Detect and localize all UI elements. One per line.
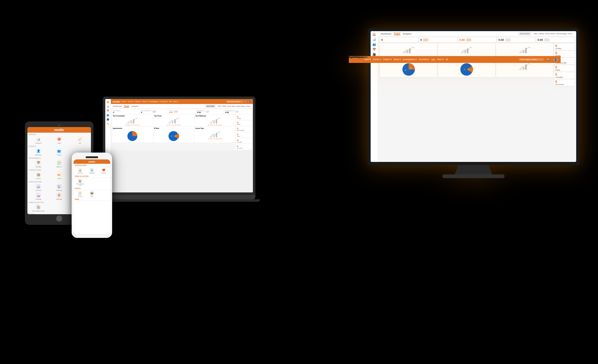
laptop-nav-accounts[interactable]: Accounts ▾	[160, 101, 168, 102]
laptop-date[interactable]: 20/11/2023	[205, 105, 216, 108]
laptop-ip-pie: 6 8	[167, 129, 181, 142]
tablet-ip-visit-item[interactable]: 🛏 IP Visit	[50, 172, 69, 179]
tablet-add-patient-item[interactable]: 👤 Add Patient	[29, 148, 48, 156]
phone-content[interactable]: INVESTIGATIONS 🔬 Lab Order 📡 Radiology ❤…	[74, 164, 110, 234]
laptop-toggle3[interactable]	[206, 111, 209, 113]
laptop-discounted: 0 Discounted	[236, 144, 252, 149]
monitor-toggle-billed[interactable]	[505, 38, 511, 41]
monitor-ip-stats-pie: 6 8	[457, 61, 476, 76]
laptop-tab-dashboard[interactable]: Dashboard	[113, 105, 122, 107]
monitor-tab-dashboard[interactable]: Dashboard	[381, 33, 391, 35]
laptop-avatar[interactable]: 👤	[248, 101, 251, 103]
svg-rect-6	[520, 52, 522, 53]
tablet-audiology-item[interactable]: 👂 Audiology	[50, 192, 69, 200]
video-icon[interactable]: 🎥	[373, 53, 376, 56]
laptop-search-icon[interactable]: 🔍	[244, 101, 247, 103]
laptop-nav-sathi[interactable]: Sathi ▾	[122, 101, 127, 102]
monitor-nav-accounts[interactable]: Accounts ▾	[419, 58, 430, 61]
monitor-date-display[interactable]: 20/11/2023	[518, 32, 531, 35]
tablet-lab-order-item[interactable]: 🔬 Lab Order	[29, 184, 48, 191]
laptop-search[interactable]: ID or Name or Mob	[226, 101, 243, 103]
laptop-stat-income: Income0.00	[168, 109, 196, 114]
laptop-toggle4[interactable]	[235, 111, 239, 113]
laptop-tab-analytics[interactable]: Analytics	[131, 105, 139, 107]
phone-stocks-grid: 🛒 Purchase 📦 Stock	[74, 190, 110, 198]
monitor: 🏠 📊 👥 📅 🎥 ⚙️ medbc Sathi ▾ Doctor ▾ Pati…	[368, 28, 579, 178]
monitor-stat-pending: Pending Amount 0.00	[536, 37, 574, 42]
monitor-nav-patient[interactable]: Patient ▾	[383, 58, 392, 61]
tablet-radiology-item[interactable]: 📡 Radiology	[50, 184, 69, 191]
tablet-bill-item[interactable]: 📈 Bill	[70, 136, 90, 144]
monitor-toggle-pending[interactable]	[544, 38, 550, 41]
tablet-op-visit-item[interactable]: 🏥 OP Visit	[29, 172, 48, 179]
phone-radiology-item[interactable]: 📡 Radiology	[87, 168, 97, 174]
laptop-cancelled: 0 Cancelled	[236, 138, 252, 144]
tablet-home-collection-item[interactable]: 🏠 Home Collection Order	[29, 204, 48, 212]
laptop-tests-svg	[168, 117, 180, 125]
laptop-people-icon[interactable]: 👥	[107, 114, 109, 116]
tablet-op-visit-icon: 🏥	[36, 172, 41, 177]
phone-stock-item[interactable]: 📦 Stock	[87, 191, 97, 197]
monitor-search-box[interactable]: ID or Name or Mob...	[519, 58, 544, 61]
laptop-tab-target[interactable]: Target	[124, 105, 129, 107]
tablet-dashboard-item[interactable]: 📊 Dashboard	[29, 136, 48, 144]
calendar-icon[interactable]: 📅	[373, 48, 376, 51]
svg-rect-1	[406, 50, 408, 53]
laptop-tests-card: Top 5 Tests No data for the selected dat…	[154, 115, 194, 126]
laptop-home-icon[interactable]: 🏠	[107, 101, 109, 103]
laptop-toggle1[interactable]	[152, 111, 156, 113]
svg-rect-24	[211, 122, 212, 124]
tablet-patients-item[interactable]: 👥 Patients	[50, 148, 69, 156]
laptop-edit-icon[interactable]: ✏️	[107, 123, 109, 125]
tablet-book-appt-item[interactable]: 📅 Book Appt	[29, 160, 48, 168]
phone-cardiology-item[interactable]: ❤️ Cardiology	[98, 168, 109, 174]
monitor-toggle-income[interactable]	[466, 38, 472, 41]
monitor-nav-mis[interactable]: MIS	[431, 59, 435, 61]
phone-investigations-title: INVESTIGATIONS	[74, 164, 110, 167]
tablet-home-button[interactable]	[56, 215, 62, 222]
monitor-tab-target[interactable]: Target	[394, 32, 400, 35]
monitor-nav-doctor[interactable]: Doctor ▾	[378, 58, 381, 61]
phone-lab-icon: 🔬	[78, 168, 82, 172]
svg-rect-4	[464, 50, 466, 53]
laptop-nav-mis[interactable]: MIS	[169, 101, 172, 102]
laptop-consultants-card: Top 5 Consultants No data for the select…	[112, 115, 153, 126]
phone-purchase-item[interactable]: 🛒 Purchase	[75, 191, 86, 197]
laptop-nav-doctor[interactable]: Doctor ▾	[128, 101, 134, 102]
phone-stock-icon: 📦	[90, 191, 94, 195]
tablet-reports-section: REPORTS 📊 Dashboard 🎯 Target 📈 Bill	[29, 134, 90, 144]
monitor-nav-investigation[interactable]: Investigation ▾	[403, 58, 417, 61]
monitor-branch-selector[interactable]: ABC, 18/29c, 82nd Street, Ashok Nagar, C…	[534, 33, 574, 35]
svg-rect-15	[520, 68, 522, 70]
laptop-nav-patient[interactable]: Patient ▾	[135, 101, 141, 102]
svg-rect-23	[174, 119, 176, 124]
monitor-nav-stock[interactable]: Stock ▾	[394, 58, 401, 61]
laptop-calendar-icon[interactable]: 📅	[107, 110, 109, 112]
phone-home-item[interactable]: 🏠 Home Collection Order	[75, 179, 86, 186]
tablet-appt-list-item[interactable]: 📋 Appt List	[50, 160, 69, 168]
tablet-patients-icon: 👥	[56, 148, 62, 154]
laptop-video-icon[interactable]: 🎥	[107, 118, 109, 121]
chart-icon[interactable]: 📊	[373, 38, 376, 41]
tablet-bill-icon: 📈	[77, 136, 83, 142]
people-icon[interactable]: 👥	[373, 43, 376, 46]
svg-rect-5	[467, 49, 468, 53]
laptop-branch[interactable]: ABC, 18/29c, 82nd Street, Ashok Nagar, C…	[218, 105, 251, 107]
monitor-nav-more[interactable]: More ▾	[437, 58, 444, 61]
home-icon[interactable]: 🏠	[373, 33, 376, 36]
phone-lab-order-item[interactable]: 🔬 Lab Order	[75, 168, 86, 174]
monitor-stat-income: Income 0.00	[458, 37, 496, 42]
svg-text:●: ●	[411, 67, 412, 69]
tablet-camera	[59, 125, 60, 126]
laptop-chart-icon[interactable]: 📊	[107, 105, 109, 108]
laptop-toggle2[interactable]	[174, 111, 178, 113]
monitor-toggle-returning[interactable]	[423, 38, 429, 41]
monitor-tab-analytics[interactable]: Analytics	[403, 33, 411, 35]
laptop-nav-stock[interactable]: Stock ▾	[143, 101, 148, 102]
monitor-nav-grid[interactable]: ⊞	[446, 58, 448, 61]
laptop-nav-more[interactable]: More ▾	[173, 101, 178, 102]
tablet-target-item[interactable]: 🎯 Target	[50, 136, 69, 144]
tablet-pathology-item[interactable]: 🧫 Pathology	[29, 192, 48, 200]
laptop-nav-investigation[interactable]: Investigation ▾	[149, 101, 159, 102]
laptop-side-stats: 0 OP Bills 0 IP Bills 0 Pharmacy Bills	[236, 115, 252, 149]
